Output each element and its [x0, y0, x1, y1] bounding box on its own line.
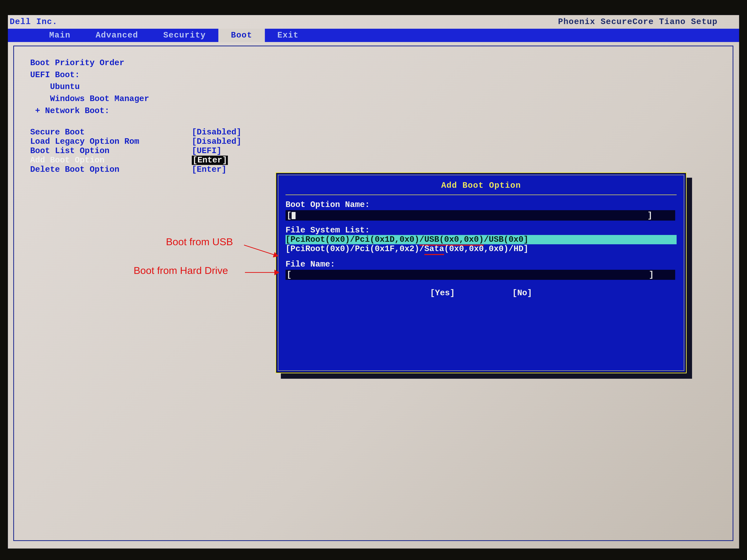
product-label: Phoenix SecureCore Tiano Setup — [558, 17, 718, 27]
annotation-usb: Boot from USB — [166, 236, 233, 247]
file-name-input[interactable]: [] — [285, 270, 675, 280]
dialog-no-button[interactable]: [No] — [512, 288, 532, 298]
bios-screen: Dell Inc. Phoenix SecureCore Tiano Setup… — [7, 15, 740, 549]
boot-option-name-label: Boot Option Name: — [285, 200, 677, 210]
file-name-label: File Name: — [285, 260, 677, 269]
fs-item-sata[interactable]: [PciRoot(0x0)/Pci(0x1F,0x2)/Sata(0x0,0x0… — [285, 244, 677, 254]
annotation-hdd: Boot from Hard Drive — [134, 265, 228, 276]
tab-security[interactable]: Security — [151, 29, 218, 42]
tab-main[interactable]: Main — [36, 29, 83, 42]
file-system-list-label: File System List: — [285, 225, 677, 235]
tab-boot[interactable]: Boot — [218, 29, 265, 42]
dialog-yes-button[interactable]: [Yes] — [430, 288, 455, 298]
uefi-boot-heading: UEFI Boot: — [30, 69, 717, 81]
title-bar: Dell Inc. Phoenix SecureCore Tiano Setup — [8, 15, 739, 29]
dialog-title: Add Boot Option — [285, 179, 677, 194]
text-cursor-icon — [292, 212, 295, 219]
add-boot-option-dialog: Add Boot Option Boot Option Name: [] Fil… — [276, 172, 687, 373]
tab-exit[interactable]: Exit — [265, 29, 311, 42]
vendor-label: Dell Inc. — [8, 17, 57, 27]
dialog-divider — [285, 194, 677, 195]
network-boot-heading[interactable]: + Network Boot: — [30, 105, 717, 117]
menu-bar: Main Advanced Security Boot Exit — [8, 29, 739, 42]
option-boot-list[interactable]: Boot List Option [UEFI] — [30, 146, 717, 156]
option-add-boot-option[interactable]: Add Boot Option [Enter] — [30, 156, 717, 165]
fs-item-usb[interactable]: [PciRoot(0x0)/Pci(0x1D,0x0)/USB(0x0,0x0)… — [285, 235, 677, 244]
uefi-item-ubuntu[interactable]: Ubuntu — [30, 81, 717, 93]
tab-advanced[interactable]: Advanced — [83, 29, 151, 42]
option-load-legacy-rom[interactable]: Load Legacy Option Rom [Disabled] — [30, 137, 717, 146]
boot-option-name-input[interactable]: [] — [285, 210, 675, 220]
arrow-icon — [245, 272, 279, 273]
uefi-item-windows[interactable]: Windows Boot Manager — [30, 93, 717, 105]
boot-priority-heading: Boot Priority Order — [30, 57, 717, 69]
option-secure-boot[interactable]: Secure Boot [Disabled] — [30, 128, 717, 137]
